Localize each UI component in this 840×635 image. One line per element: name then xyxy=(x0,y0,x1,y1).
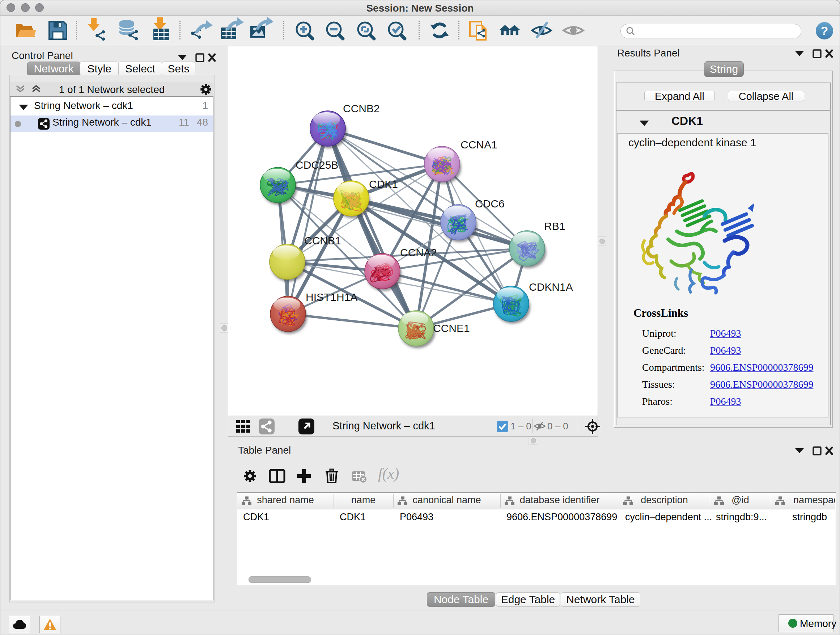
svg-text:CCNB2: CCNB2 xyxy=(343,103,380,114)
svg-text:CCNE1: CCNE1 xyxy=(433,322,470,334)
svg-text:CDC25B: CDC25B xyxy=(295,159,338,171)
svg-text:CDC6: CDC6 xyxy=(475,198,505,210)
svg-text:CDKN1A: CDKN1A xyxy=(529,281,573,293)
svg-text:CCNA2: CCNA2 xyxy=(400,247,437,258)
svg-text:CDK1: CDK1 xyxy=(369,178,398,190)
svg-text:CCNA1: CCNA1 xyxy=(461,139,497,150)
svg-text:HIST1H1A: HIST1H1A xyxy=(306,291,357,303)
svg-text:RB1: RB1 xyxy=(544,220,565,232)
svg-text:CCNB1: CCNB1 xyxy=(304,234,341,247)
